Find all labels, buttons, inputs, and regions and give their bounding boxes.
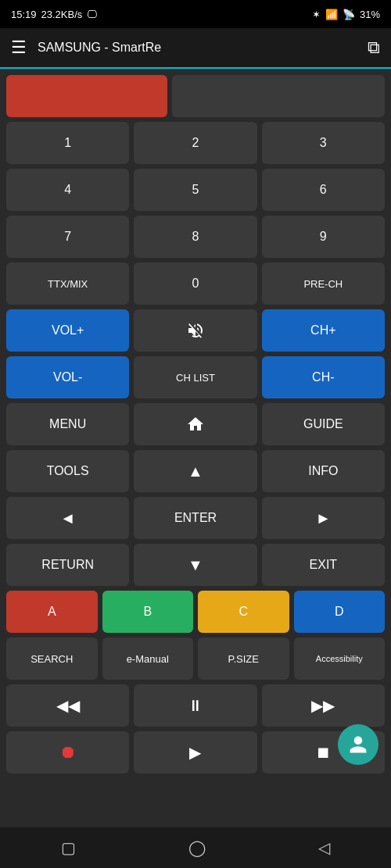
ttxmix-button[interactable]: TTX/MIX xyxy=(6,263,129,305)
app-header: ☰ SAMSUNG - SmartRe ⧉ xyxy=(0,28,391,69)
status-bar: 15:19 23.2KB/s 🖵 ✶ 📶 📡 31% xyxy=(0,0,391,28)
pause-button[interactable]: ⏸ xyxy=(134,684,256,727)
ch-plus-button[interactable]: CH+ xyxy=(262,309,385,352)
num6-button[interactable]: 6 xyxy=(262,169,385,211)
remote-wrapper: 1 2 3 4 5 6 7 8 9 TTX/MIX 0 PRE-CH VOL+ xyxy=(0,69,391,827)
fastforward-button[interactable]: ▶▶ xyxy=(262,684,385,727)
info-button[interactable]: INFO xyxy=(262,450,385,492)
battery-label: 31% xyxy=(360,9,380,20)
status-right: ✶ 📶 📡 31% xyxy=(312,9,380,20)
status-left: 15:19 23.2KB/s 🖵 xyxy=(11,9,97,20)
row-789: 7 8 9 xyxy=(6,216,385,258)
rewind-button[interactable]: ◀◀ xyxy=(6,684,129,727)
screen-icon: 🖵 xyxy=(87,9,97,20)
c-button[interactable]: C xyxy=(198,591,289,633)
row-vol-mute-ch: VOL+ CH+ xyxy=(6,309,385,352)
row-rewind-pause-ff: ◀◀ ⏸ ▶▶ xyxy=(6,684,385,727)
home-button[interactable] xyxy=(134,403,256,445)
tools-button[interactable]: TOOLS xyxy=(6,450,129,492)
row-return-down-exit: RETURN ▼ EXIT xyxy=(6,544,385,586)
accessibility-button[interactable]: Accessibility xyxy=(294,638,386,680)
ch-minus-button[interactable]: CH- xyxy=(262,356,385,398)
mute-button[interactable] xyxy=(134,309,256,352)
copy-icon[interactable]: ⧉ xyxy=(368,38,380,58)
row-456: 4 5 6 xyxy=(6,169,385,211)
ch-list-button[interactable]: CH LIST xyxy=(134,356,256,398)
vol-plus-button[interactable]: VOL+ xyxy=(6,309,129,352)
record-button[interactable]: ⏺ xyxy=(6,731,129,773)
d-button[interactable]: D xyxy=(294,591,386,633)
signal-icon: 📶 xyxy=(325,9,338,20)
wifi-icon: 📡 xyxy=(343,9,355,20)
row-tools-up-info: TOOLS ▲ INFO xyxy=(6,450,385,492)
row-power-source xyxy=(6,75,385,117)
emanual-button[interactable]: e-Manual xyxy=(102,638,194,680)
a-button[interactable]: A xyxy=(6,591,98,633)
nav-square[interactable]: ▢ xyxy=(45,834,91,862)
power-button[interactable] xyxy=(6,75,167,117)
num0-button[interactable]: 0 xyxy=(134,263,256,305)
down-button[interactable]: ▼ xyxy=(134,544,256,586)
row-left-enter-right: ◄ ENTER ► xyxy=(6,497,385,539)
bluetooth-icon: ✶ xyxy=(312,9,321,20)
play-button[interactable]: ▶ xyxy=(134,731,256,773)
num1-button[interactable]: 1 xyxy=(6,122,129,164)
left-button[interactable]: ◄ xyxy=(6,497,129,539)
time-label: 15:19 xyxy=(11,9,37,20)
num4-button[interactable]: 4 xyxy=(6,169,129,211)
enter-button[interactable]: ENTER xyxy=(134,497,256,539)
app-title: SAMSUNG - SmartRe xyxy=(38,41,368,55)
num3-button[interactable]: 3 xyxy=(262,122,385,164)
network-speed: 23.2KB/s xyxy=(41,9,83,20)
num9-button[interactable]: 9 xyxy=(262,216,385,258)
return-button[interactable]: RETURN xyxy=(6,544,129,586)
num8-button[interactable]: 8 xyxy=(134,216,256,258)
b-button[interactable]: B xyxy=(102,591,194,633)
row-ttx-0-prech: TTX/MIX 0 PRE-CH xyxy=(6,263,385,305)
nav-circle[interactable]: ◯ xyxy=(173,834,221,862)
fab-button[interactable] xyxy=(338,724,378,765)
num7-button[interactable]: 7 xyxy=(6,216,129,258)
row-search-emanual-psize-acc: SEARCH e-Manual P.SIZE Accessibility xyxy=(6,638,385,680)
prech-button[interactable]: PRE-CH xyxy=(262,263,385,305)
nav-back[interactable]: ◁ xyxy=(303,834,346,862)
search-button[interactable]: SEARCH xyxy=(6,638,98,680)
exit-button[interactable]: EXIT xyxy=(262,544,385,586)
source-button[interactable] xyxy=(172,75,385,117)
menu-button[interactable]: MENU xyxy=(6,403,129,445)
num2-button[interactable]: 2 xyxy=(134,122,256,164)
guide-button[interactable]: GUIDE xyxy=(262,403,385,445)
right-button[interactable]: ► xyxy=(262,497,385,539)
remote-panel: 1 2 3 4 5 6 7 8 9 TTX/MIX 0 PRE-CH VOL+ xyxy=(0,69,391,827)
menu-icon[interactable]: ☰ xyxy=(11,38,27,58)
row-menu-home-guide: MENU GUIDE xyxy=(6,403,385,445)
row-abcd: A B C D xyxy=(6,591,385,633)
num5-button[interactable]: 5 xyxy=(134,169,256,211)
row-123: 1 2 3 xyxy=(6,122,385,164)
row-record-play-stop: ⏺ ▶ ⏹ xyxy=(6,731,385,773)
vol-minus-button[interactable]: VOL- xyxy=(6,356,129,398)
up-button[interactable]: ▲ xyxy=(134,450,256,492)
psize-button[interactable]: P.SIZE xyxy=(198,638,289,680)
navigation-bar: ▢ ◯ ◁ xyxy=(0,827,391,868)
row-vol-chlist-ch: VOL- CH LIST CH- xyxy=(6,356,385,398)
